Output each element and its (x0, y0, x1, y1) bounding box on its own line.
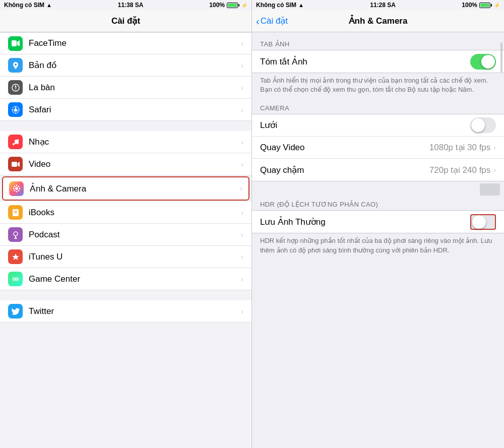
luoi-label: Lưới (260, 120, 470, 131)
quay-video-label: Quay Video (260, 143, 429, 153)
quay-cham-label: Quay chậm (260, 165, 429, 175)
luoi-toggle-thumb (471, 118, 485, 132)
svg-point-20 (18, 185, 19, 187)
photos-chevron: › (240, 184, 242, 193)
tom-tat-row[interactable]: Tóm tắt Ảnh (252, 50, 504, 73)
twitter-label: Twitter (29, 306, 241, 316)
right-battery-area: 100% ⚡ (462, 2, 500, 9)
tom-tat-toggle[interactable] (470, 54, 496, 70)
video-icon (8, 157, 23, 171)
svg-marker-3 (15, 85, 17, 88)
svg-point-17 (19, 188, 20, 189)
ibooks-chevron: › (241, 209, 243, 217)
ibooks-icon (8, 205, 23, 220)
svg-marker-12 (18, 162, 20, 167)
quay-video-row[interactable]: Quay Video 1080p tại 30 fps › (252, 137, 504, 159)
svg-point-16 (13, 188, 14, 189)
quay-cham-value: 720p tại 240 fps (429, 165, 491, 175)
luoi-row[interactable]: Lưới (252, 114, 504, 137)
settings-item-ibooks[interactable]: iBooks › (0, 202, 251, 224)
settings-item-itunesu[interactable]: iTunes U › (0, 246, 251, 268)
settings-item-facetime[interactable]: FaceTime › (0, 32, 251, 54)
photos-label: Ảnh & Camera (30, 183, 240, 194)
settings-item-podcast[interactable]: Podcast › (0, 224, 251, 246)
left-battery-pct: 100% (209, 2, 225, 9)
settings-item-music[interactable]: Nhạc › (0, 131, 251, 153)
compass-label: La bàn (29, 83, 241, 93)
music-chevron: › (241, 138, 243, 146)
maps-icon (8, 58, 23, 73)
podcast-label: Podcast (29, 230, 241, 240)
tom-tat-toggle-thumb (481, 55, 495, 69)
photos-icon (9, 181, 24, 196)
maps-label: Bản đồ (29, 60, 241, 71)
video-chevron: › (241, 160, 243, 168)
section-camera-header: CAMERA (252, 100, 504, 114)
twitter-icon (8, 304, 23, 318)
twitter-chevron: › (241, 307, 243, 315)
luu-anh-toggle[interactable] (470, 214, 496, 230)
music-icon (8, 135, 23, 149)
section-hdr-header: HDR (ĐỘ LỆCH TƯƠNG PHẢN CAO) (252, 197, 504, 210)
left-wifi-icon: ▲ (46, 2, 52, 8)
settings-item-maps[interactable]: Bản đồ › (0, 54, 251, 77)
settings-item-twitter[interactable]: Twitter › (0, 300, 251, 323)
right-carrier-area: Không có SIM ▲ (256, 2, 304, 9)
svg-point-14 (16, 185, 17, 186)
section-gap-1 (0, 121, 251, 131)
itunesu-icon (8, 249, 23, 264)
settings-item-photos[interactable]: Ảnh & Camera › (2, 176, 249, 201)
hdr-group: Lưu Ảnh Thường (252, 210, 504, 233)
right-time: 11:28 SA (370, 2, 396, 9)
safari-label: Safari (29, 105, 241, 115)
svg-rect-11 (12, 162, 17, 167)
tom-tat-label: Tóm tắt Ảnh (260, 56, 470, 67)
right-wifi-icon: ▲ (298, 2, 304, 8)
luu-anh-toggle-thumb (472, 215, 486, 229)
settings-item-safari[interactable]: Safari › (0, 99, 251, 121)
compass-icon (8, 80, 23, 95)
svg-marker-1 (17, 40, 20, 46)
left-time: 11:38 SA (118, 2, 144, 9)
facetime-icon (8, 36, 23, 51)
gamecenter-chevron: › (241, 275, 243, 283)
svg-point-15 (16, 191, 17, 193)
left-nav-bar: Cài đặt (0, 10, 251, 32)
tom-tat-group: Tóm tắt Ảnh (252, 50, 504, 73)
left-carrier-area: Không có SIM ▲ (4, 2, 52, 9)
scroll-indicator (500, 42, 502, 73)
svg-point-10 (17, 142, 19, 144)
luu-anh-label: Lưu Ảnh Thường (260, 217, 470, 227)
settings-item-video[interactable]: Video › (0, 153, 251, 175)
luoi-toggle[interactable] (470, 117, 496, 133)
left-carrier: Không có SIM (4, 2, 44, 9)
quay-cham-chevron: › (493, 166, 496, 174)
hdr-footer: HDR kết hợp những phần tốt nhất của ba đ… (252, 233, 504, 261)
itunesu-chevron: › (241, 253, 243, 261)
back-button[interactable]: ‹ Cài đặt (256, 16, 296, 26)
safari-chevron: › (241, 106, 243, 114)
left-nav-title: Cài đặt (111, 16, 140, 26)
right-content: TAB ẢNH Tóm tắt Ảnh Tab Ảnh hiển thị mọi… (252, 32, 504, 448)
left-charging-icon: ⚡ (241, 3, 247, 8)
left-battery-icon (227, 3, 239, 8)
right-charging-icon: ⚡ (494, 3, 500, 8)
music-label: Nhạc (29, 137, 241, 147)
mid-gap (252, 181, 504, 197)
quay-cham-row[interactable]: Quay chậm 720p tại 240 fps › (252, 159, 504, 181)
maps-chevron: › (241, 61, 243, 70)
svg-point-21 (14, 190, 15, 191)
settings-item-gamecenter[interactable]: Game Center › (0, 268, 251, 290)
left-settings-list[interactable]: FaceTime › Bản đồ › La bàn › Safari › (0, 32, 251, 448)
quay-video-value: 1080p tại 30 fps (429, 142, 491, 153)
luu-anh-row[interactable]: Lưu Ảnh Thường (252, 211, 504, 233)
gamecenter-label: Game Center (29, 274, 241, 284)
svg-point-9 (13, 143, 15, 145)
facetime-chevron: › (241, 39, 243, 47)
quay-video-chevron: › (493, 144, 496, 152)
section-tab-anh-header: TAB ẢNH (252, 36, 504, 50)
right-nav-bar: ‹ Cài đặt Ảnh & Camera (252, 10, 504, 32)
settings-item-compass[interactable]: La bàn › (0, 77, 251, 99)
svg-marker-4 (15, 88, 17, 91)
ibooks-label: iBooks (29, 208, 241, 218)
